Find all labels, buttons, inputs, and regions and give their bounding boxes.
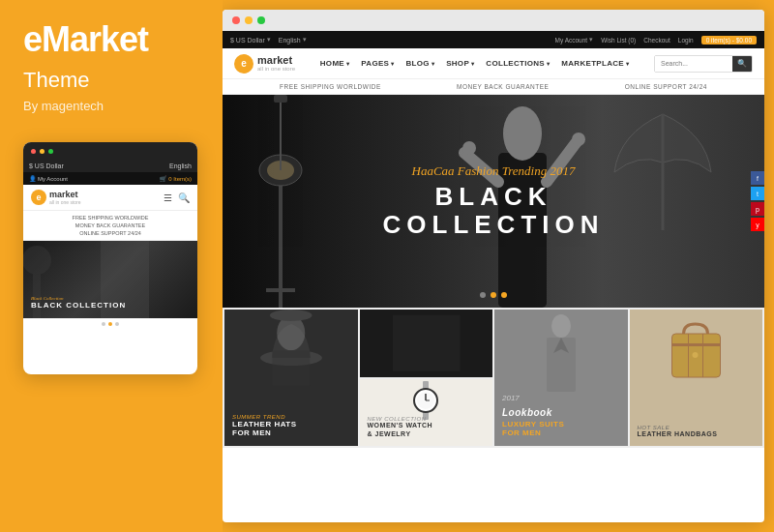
topbar-checkout[interactable]: Checkout — [643, 37, 670, 44]
topbar-right: My Account ▾ Wish List (0) Checkout Logi… — [555, 36, 757, 44]
svg-rect-19 — [272, 350, 310, 385]
mobile-account-bar: 👤 My Account 🛒 0 Item(s) — [23, 172, 197, 185]
topbar-login[interactable]: Login — [678, 37, 694, 44]
suit-illustration — [532, 314, 590, 392]
grid-item-summer[interactable] — [360, 310, 493, 377]
product-grid: Summer Trend LEATHER HATSFOR MEN New Col… — [223, 308, 764, 448]
hamburger-icon[interactable]: ☰ — [164, 192, 172, 203]
mobile-preview: $ US Dollar English 👤 My Account 🛒 0 Ite… — [23, 142, 197, 374]
svg-rect-4 — [266, 288, 295, 292]
svg-rect-20 — [393, 315, 461, 371]
side-social-buttons: f t p y — [751, 171, 764, 231]
store-logo[interactable]: e market all in one store — [234, 54, 295, 74]
benefit-money: MONEY BACK GUARANTEE — [457, 83, 549, 90]
store-topbar: $ US Dollar ▾ English ▾ My Account ▾ Wis… — [223, 31, 764, 48]
mobile-logo-name: market — [49, 190, 81, 199]
benefits-bar: FREE SHIPPING WORLDWIDE MONEY BACK GUARA… — [223, 79, 764, 95]
search-button[interactable]: 🔍 — [732, 56, 752, 72]
browser-close-btn[interactable] — [232, 16, 240, 24]
mobile-dot-2 — [108, 322, 112, 326]
mobile-dots — [23, 318, 197, 330]
svg-point-13 — [462, 141, 476, 155]
dot-red — [31, 149, 36, 154]
nav-marketplace[interactable]: MARKETPLACE ▾ — [561, 59, 629, 68]
dot-green — [48, 149, 53, 154]
topbar-language[interactable]: English ▾ — [279, 36, 307, 44]
store-logo-sub: all in one store — [257, 66, 295, 72]
grid-item-watches[interactable]: New Collection WOMEN'S WATCH& JEWELRY — [360, 379, 493, 447]
lookbook-sublabel: Lookbook — [502, 407, 552, 418]
store-search[interactable]: 🔍 — [654, 55, 753, 73]
hats-title: LEATHER HATSFOR MEN — [232, 420, 350, 438]
mobile-hero-bg: Black Collection BLACK COLLECTION — [23, 241, 197, 318]
nav-pages[interactable]: PAGES ▾ — [361, 59, 394, 68]
hero-script: HaaCaa Fashion Trending 2017 — [358, 163, 629, 179]
facebook-btn[interactable]: f — [751, 171, 764, 185]
nav-home[interactable]: HOME ▾ — [320, 59, 350, 68]
by-label: By magentech — [23, 99, 199, 113]
mobile-dot-1 — [102, 322, 105, 326]
mobile-currency-bar: $ US Dollar English — [23, 160, 197, 172]
mobile-logo-e: e — [31, 190, 46, 205]
hats-label: Summer Trend LEATHER HATSFOR MEN — [232, 414, 350, 438]
svg-rect-21 — [423, 381, 429, 389]
search-input[interactable] — [655, 56, 732, 72]
store-hero: HaaCaa Fashion Trending 2017 BLACK COLLE… — [223, 95, 764, 308]
benefit-shipping: FREE SHIPPING WORLDWIDE — [280, 83, 381, 90]
watches-label: New Collection WOMEN'S WATCH& JEWELRY — [368, 416, 486, 438]
svg-point-10 — [503, 106, 542, 161]
search-icon-mobile[interactable]: 🔍 — [178, 192, 190, 203]
svg-rect-8 — [274, 95, 287, 103]
mobile-hero-title: BLACK COLLECTION — [31, 301, 126, 310]
hero-dot-2[interactable] — [491, 292, 496, 298]
watch-illustration — [411, 381, 440, 420]
grid-item-handbags[interactable]: Hot Sale LEATHER HANDBAGS — [630, 310, 763, 446]
store-nav: e market all in one store HOME ▾ PAGES ▾… — [223, 48, 764, 79]
left-panel: eMarket Theme By magentech $ US Dollar E… — [0, 0, 223, 532]
mobile-logo-sub: all in one store — [49, 199, 81, 205]
hero-dot-1[interactable] — [480, 292, 486, 298]
twitter-btn[interactable]: t — [751, 187, 764, 200]
mobile-cart: 🛒 0 Item(s) — [160, 175, 192, 182]
svg-point-32 — [693, 352, 699, 358]
theme-label: Theme — [23, 68, 199, 93]
light-stand-icon — [247, 95, 314, 308]
nav-collections[interactable]: COLLECTIONS ▾ — [486, 59, 550, 68]
hero-dots — [480, 292, 507, 298]
hero-dot-3[interactable] — [501, 292, 507, 298]
svg-point-14 — [572, 133, 585, 146]
youtube-btn[interactable]: y — [751, 218, 764, 231]
lookbook-year: 2017 — [502, 394, 620, 402]
lookbook-title: LUXURY SUITSFOR MEN — [502, 420, 620, 438]
mobile-language: English — [169, 163, 192, 169]
browser-minimize-btn[interactable] — [245, 16, 253, 24]
grid-item-lookbook[interactable]: 2017 Lookbook LUXURY SUITSFOR MEN — [494, 310, 628, 446]
summer-decoration — [360, 310, 493, 377]
store-menu: HOME ▾ PAGES ▾ BLOG ▾ SHOP ▾ COLLECTIONS… — [320, 59, 629, 68]
svg-rect-31 — [672, 343, 721, 346]
mobile-logo: e market all in one store — [31, 190, 81, 205]
topbar-currency[interactable]: $ US Dollar ▾ — [230, 36, 271, 44]
svg-point-27 — [551, 314, 571, 338]
topbar-left: $ US Dollar ▾ English ▾ — [230, 36, 307, 44]
topbar-cart[interactable]: 0 item(s) - $0.00 — [701, 36, 757, 44]
grid-item-hats[interactable]: Summer Trend LEATHER HATSFOR MEN — [224, 310, 358, 446]
nav-blog[interactable]: BLOG ▾ — [406, 59, 435, 68]
handbags-title: LEATHER HANDBAGS — [638, 430, 756, 438]
svg-point-18 — [270, 310, 313, 321]
handbag-illustration — [665, 314, 728, 382]
lookbook-label: 2017 Lookbook LUXURY SUITSFOR MEN — [502, 394, 620, 438]
mobile-hero: Black Collection BLACK COLLECTION — [23, 241, 197, 318]
mobile-currency: $ US Dollar — [29, 163, 64, 169]
topbar-account[interactable]: My Account ▾ — [555, 36, 594, 44]
hero-content: HaaCaa Fashion Trending 2017 BLACK COLLE… — [358, 163, 629, 238]
right-panel: $ US Dollar ▾ English ▾ My Account ▾ Wis… — [223, 10, 764, 522]
browser-maximize-btn[interactable] — [257, 16, 265, 24]
nav-shop[interactable]: SHOP ▾ — [446, 59, 474, 68]
mobile-benefits: FREE SHIPPING WORLDWIDE MONEY BACK GUARA… — [23, 211, 197, 241]
svg-rect-3 — [279, 172, 283, 308]
handbags-label: Hot Sale LEATHER HANDBAGS — [638, 425, 756, 438]
topbar-wishlist[interactable]: Wish List (0) — [601, 37, 636, 44]
benefit-support: ONLINE SUPPORT 24/24 — [625, 83, 707, 90]
pinterest-btn[interactable]: p — [751, 202, 764, 216]
